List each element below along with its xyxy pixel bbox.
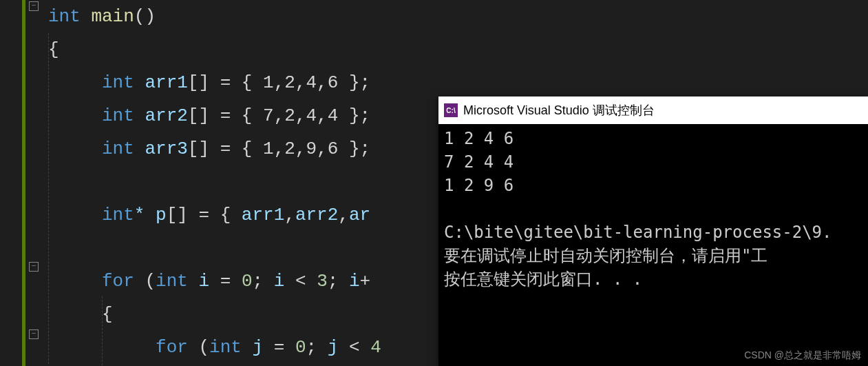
icon-text: C:\ xyxy=(446,107,455,114)
keyword-token: for xyxy=(102,271,134,292)
output-line: 1 2 4 6 xyxy=(444,129,514,148)
keyword-token: int xyxy=(48,6,81,27)
code-line: { xyxy=(48,33,868,66)
brace-token: { xyxy=(48,39,59,60)
punct-token: () xyxy=(134,6,156,27)
punct-token: [] = { xyxy=(167,205,242,225)
punct-token: [] = { 7,2,4,4 }; xyxy=(188,105,370,126)
var-token: arr1 xyxy=(134,72,188,93)
change-indicator xyxy=(22,0,25,366)
console-titlebar[interactable]: C:\ Microsoft Visual Studio 调试控制台 xyxy=(438,96,868,124)
var-token: ar xyxy=(349,205,370,225)
brace-token: { xyxy=(102,304,113,325)
var-token: i xyxy=(274,271,285,292)
debug-console-window[interactable]: C:\ Microsoft Visual Studio 调试控制台 1 2 4 … xyxy=(438,96,868,366)
watermark: CSDN @总之就是非常唔姆 xyxy=(744,349,861,362)
var-token: arr3 xyxy=(134,139,188,159)
punct-token: ; xyxy=(328,271,349,292)
output-hint: 按任意键关闭此窗口. . . xyxy=(444,270,642,289)
op-token: = xyxy=(209,271,242,292)
output-line: 7 2 4 4 xyxy=(444,152,514,172)
code-line: int arr1[] = { 1,2,4,6 }; xyxy=(48,66,868,99)
num-token: 0 xyxy=(242,271,253,292)
keyword-token: int xyxy=(102,139,134,159)
var-token: i xyxy=(349,271,360,292)
op-token: < xyxy=(338,337,370,358)
punct-token: , xyxy=(284,205,295,225)
var-token: arr2 xyxy=(134,105,188,126)
punct-token: , xyxy=(338,205,349,225)
code-line: int main() xyxy=(48,0,868,33)
keyword-token: int xyxy=(102,72,134,93)
fold-toggle-icon[interactable] xyxy=(29,329,39,339)
keyword-token: int xyxy=(156,271,188,292)
console-output: 1 2 4 6 7 2 4 4 1 2 9 6 C:\bite\gitee\bi… xyxy=(438,124,868,294)
keyword-token: int xyxy=(102,105,134,126)
editor-gutter xyxy=(0,0,41,366)
var-token: arr2 xyxy=(295,205,338,225)
var-token: * p xyxy=(134,205,167,225)
var-token: j xyxy=(242,337,263,358)
punct-token: ; xyxy=(306,337,328,358)
punct-token: [] = { 1,2,9,6 }; xyxy=(188,139,370,159)
num-token: 0 xyxy=(295,337,306,358)
keyword-token: int xyxy=(102,205,134,225)
punct-token: ( xyxy=(188,337,209,358)
fold-toggle-icon[interactable] xyxy=(29,262,39,272)
var-token: arr1 xyxy=(242,205,284,225)
op-token: = xyxy=(263,337,295,358)
output-hint: 要在调试停止时自动关闭控制台，请启用"工 xyxy=(444,246,768,265)
function-token: main xyxy=(81,6,134,27)
punct-token: ; xyxy=(253,271,274,292)
op-token: + xyxy=(360,271,371,292)
var-token: i xyxy=(188,271,209,292)
var-token: j xyxy=(328,337,339,358)
num-token: 4 xyxy=(370,337,381,358)
output-path: C:\bite\gitee\bit-learning-process-2\9. xyxy=(444,223,832,242)
punct-token: ( xyxy=(134,271,156,292)
num-token: 3 xyxy=(317,271,328,292)
vs-console-icon: C:\ xyxy=(444,103,458,117)
keyword-token: for xyxy=(156,337,188,358)
punct-token: [] = { 1,2,4,6 }; xyxy=(188,72,370,93)
op-token: < xyxy=(284,271,317,292)
fold-toggle-icon[interactable] xyxy=(29,1,39,11)
keyword-token: int xyxy=(209,337,242,358)
console-title: Microsoft Visual Studio 调试控制台 xyxy=(463,102,655,119)
output-line: 1 2 9 6 xyxy=(444,176,514,195)
